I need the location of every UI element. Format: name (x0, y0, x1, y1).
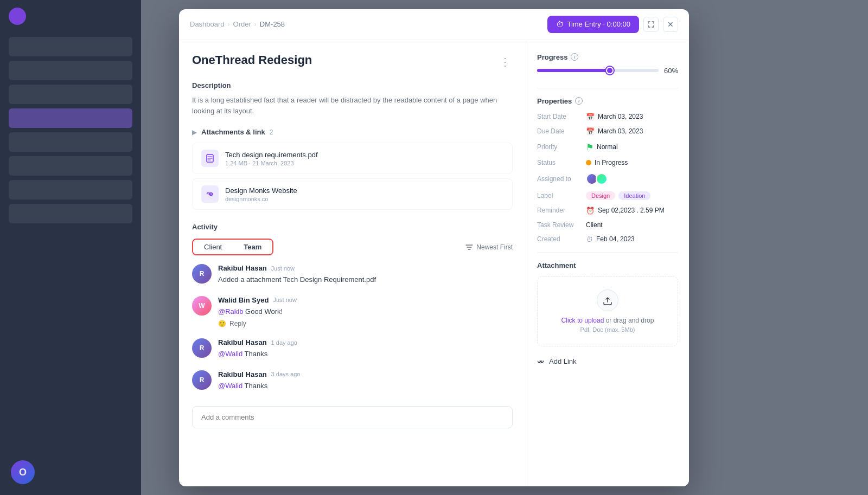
reply-button[interactable]: 🙂 Reply (218, 320, 297, 327)
modal-body: OneThread Redesign ⋮ Description It is a… (179, 40, 689, 486)
calendar-icon-start: 📅 (586, 113, 595, 121)
comment-content-4: Rakibul Hasan 3 days ago @Walid Thanks (218, 370, 300, 391)
properties-label: Properties (537, 97, 572, 105)
comment-item-2: W Walid Bin Syed Just now @Rakib Good Wo… (192, 296, 513, 328)
assignee-avatar-2 (596, 173, 608, 185)
activity-tabs-row: Client Team Newest First (192, 239, 513, 255)
comment-content-3: Rakibul Hasan 1 day ago @Walid Thanks (218, 338, 297, 359)
avatar-rakibul-3: R (192, 370, 212, 390)
comment-input[interactable] (192, 406, 513, 428)
attachment-right-section: Attachment Click to upload or drag and d… (537, 261, 678, 370)
more-options-button[interactable]: ⋮ (497, 53, 513, 70)
task-title-row: OneThread Redesign ⋮ (192, 53, 513, 70)
breadcrumb-sep2: › (254, 21, 257, 28)
progress-info-icon: i (571, 53, 578, 61)
expand-icon[interactable] (643, 17, 659, 32)
comment-item-3: R Rakibul Hasan 1 day ago @Walid Thanks (192, 338, 513, 359)
upload-text: Click to upload or drag and drop (546, 317, 669, 324)
breadcrumb-order[interactable]: Order (233, 20, 251, 28)
progress-track-row: 60% (537, 67, 678, 75)
upload-icon (597, 290, 618, 311)
divider-1 (537, 88, 678, 88)
prop-task-review: Task Review Client (537, 221, 678, 229)
prop-status: Status In Progress (537, 159, 678, 166)
upload-area[interactable]: Click to upload or drag and drop Pdf, Do… (537, 276, 678, 346)
prop-start-date: Start Date 📅 March 03, 2023 (537, 113, 678, 121)
comment-content-2: Walid Bin Syed Just now @Rakib Good Work… (218, 296, 297, 328)
attachment-right-label: Attachment (537, 261, 678, 269)
tab-team[interactable]: Team (233, 240, 272, 254)
time-entry-button[interactable]: ⏱ Time Entry · 0:00:00 (547, 16, 639, 33)
description-label: Description (192, 81, 513, 89)
prop-label: Label Design Ideation (537, 191, 678, 200)
label-ideation[interactable]: Ideation (618, 191, 650, 200)
properties-info-icon: i (575, 97, 583, 105)
comment-content-1: Rakibul Hasan Just now Added a attachmen… (218, 264, 376, 285)
progress-label: Progress (537, 53, 567, 61)
properties-section: Properties i Start Date 📅 March 03, 2023… (537, 97, 678, 243)
add-link-button[interactable]: Add Link (537, 353, 678, 370)
clock-icon-reminder: ⏰ (586, 207, 595, 215)
prop-reminder: Reminder ⏰ Sep 02,2023 . 2.59 PM (537, 207, 678, 215)
calendar-icon-due: 📅 (586, 127, 595, 136)
comment-item-4: R Rakibul Hasan 3 days ago @Walid Thanks (192, 370, 513, 391)
status-dot (586, 160, 591, 165)
breadcrumb-sep1: › (228, 21, 230, 28)
progress-thumb (606, 67, 614, 74)
close-icon[interactable]: ✕ (663, 17, 678, 32)
sort-button[interactable]: Newest First (465, 243, 513, 251)
divider-2 (537, 252, 678, 253)
breadcrumb: Dashboard › Order › DM-258 (190, 20, 285, 28)
topbar-actions: ⏱ Time Entry · 0:00:00 ✕ (547, 16, 678, 33)
progress-percent: 60% (664, 67, 678, 75)
attachments-header[interactable]: ▶ Attachments & link 2 (192, 128, 513, 136)
click-to-upload[interactable]: Click to upload (561, 317, 604, 324)
add-link-label: Add Link (549, 357, 577, 365)
attachment-item-pdf[interactable]: Tech design requirements.pdf 1.24 MB · 2… (192, 143, 513, 174)
attachments-count: 2 (270, 128, 273, 136)
modal-topbar: Dashboard › Order › DM-258 ⏱ Time Entry … (179, 9, 689, 40)
properties-header: Properties i (537, 97, 678, 105)
assignee-avatars (586, 173, 605, 185)
progress-header: Progress i (537, 53, 678, 61)
modal-backdrop: Dashboard › Order › DM-258 ⏱ Time Entry … (0, 0, 868, 495)
tab-client[interactable]: Client (193, 240, 233, 254)
activity-label: Activity (192, 223, 513, 231)
priority-flag-icon: ⚑ (586, 142, 593, 152)
prop-assigned-to: Assigned to (537, 173, 678, 185)
description-text: It is a long established fact that a rea… (192, 95, 513, 118)
file-icon (201, 150, 219, 167)
progress-track[interactable] (537, 69, 659, 72)
link-icon (201, 185, 219, 203)
upload-subtext: Pdf, Doc (max. 5Mb) (546, 326, 669, 333)
avatar-rakibul-2: R (192, 338, 212, 358)
clock-icon-created: ⏱ (586, 235, 593, 243)
prop-created: Created ⏱ Feb 04, 2023 (537, 235, 678, 243)
breadcrumb-id: DM-258 (260, 20, 285, 28)
attachment-info-link: Design Monks Website designmonks.co (225, 187, 297, 202)
prop-priority: Priority ⚑ Normal (537, 142, 678, 152)
activity-tabs: Client Team (192, 239, 273, 255)
modal: Dashboard › Order › DM-258 ⏱ Time Entry … (179, 9, 689, 486)
activity-section: Activity Client Team Newest First (192, 223, 513, 428)
attachment-info-pdf: Tech design requirements.pdf 1.24 MB · 2… (225, 151, 318, 166)
progress-fill (537, 69, 610, 72)
task-title: OneThread Redesign (192, 53, 312, 67)
avatar-walid: W (192, 296, 212, 316)
label-design[interactable]: Design (586, 191, 615, 200)
left-panel: OneThread Redesign ⋮ Description It is a… (179, 40, 526, 486)
attachment-item-link[interactable]: Design Monks Website designmonks.co (192, 178, 513, 210)
attachments-label: Attachments & link (201, 128, 265, 136)
avatar-rakibul-1: R (192, 264, 212, 284)
right-panel: Progress i 60% Properties (526, 40, 689, 486)
progress-section: Progress i 60% (537, 53, 678, 75)
breadcrumb-dashboard[interactable]: Dashboard (190, 20, 225, 28)
comment-item-1: R Rakibul Hasan Just now Added a attachm… (192, 264, 513, 285)
prop-due-date: Due Date 📅 March 03, 2023 (537, 127, 678, 136)
